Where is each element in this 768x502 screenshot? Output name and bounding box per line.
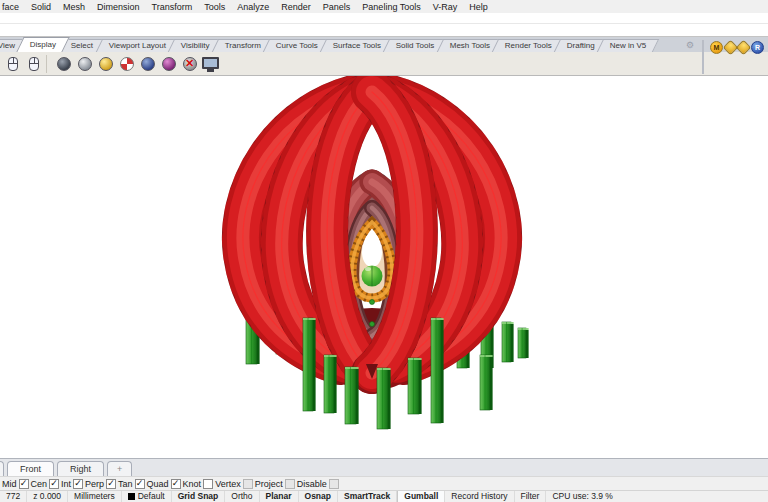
statusbar-ortho[interactable]: Ortho [225,491,259,502]
statusbar-gumball[interactable]: Gumball [397,491,445,502]
layer-color-swatch [128,493,135,500]
osnap-cen[interactable]: Cen✓ [31,479,60,489]
leaf-plank[interactable] [303,318,316,411]
osnap-mid[interactable]: Mid✓ [2,479,29,489]
coordinate-x-readout: 772 [0,491,27,502]
shaded-viewport-icon[interactable] [75,54,94,73]
leaf-plank[interactable] [502,322,514,362]
osnap-label: Perp [85,479,104,489]
layer-pane[interactable]: Default [122,491,172,502]
tab-label: Render Tools [505,40,552,52]
vray-render-icon[interactable]: R [751,41,764,54]
menu-transform[interactable]: Transform [146,2,199,12]
leaf-plank[interactable] [480,355,493,410]
osnap-checkbox-mid[interactable]: ✓ [19,479,29,489]
statusbar-grid-snap[interactable]: Grid Snap [172,491,226,502]
osnap-bar: Mid✓Cen✓Int✓Perp✓Tan✓Quad✓KnotVertexProj… [0,476,768,490]
osnap-label: Mid [2,479,17,489]
osnap-checkbox-knot[interactable] [203,479,213,489]
sphere-highlight [365,267,371,271]
leaf-plank[interactable] [324,355,337,413]
menu-render[interactable]: Render [275,2,317,12]
leaf-plank[interactable] [408,358,422,414]
tab-display[interactable]: Display [17,37,71,52]
stem-node [370,322,375,327]
osnap-quad[interactable]: Quad✓ [147,479,181,489]
statusbar-planar[interactable]: Planar [260,491,299,502]
new-viewport-tab[interactable]: + [107,461,132,476]
osnap-checkbox-perp[interactable]: ✓ [106,479,116,489]
osnap-checkbox-quad[interactable]: ✓ [171,479,181,489]
osnap-checkbox-cen[interactable]: ✓ [49,479,59,489]
fullscreen-monitor-icon[interactable] [201,54,220,73]
tab-label: Mesh Tools [450,40,490,52]
command-history-line [0,13,768,24]
menu-paneling-tools[interactable]: Paneling Tools [356,2,426,12]
statusbar-osnap[interactable]: Osnap [299,491,338,502]
status-bar: 772z 0.000MillimetersDefaultGrid SnapOrt… [0,490,768,502]
vray-materials-icon[interactable]: M [710,41,723,54]
osnap-disable[interactable]: Disable [297,479,339,489]
wireframe-viewport-icon[interactable] [54,54,73,73]
tab-viewport-layout[interactable]: Viewport Layout [96,39,180,52]
cpu-usage-readout: CPU use: 3.9 % [546,491,618,502]
leaf-plank[interactable] [345,367,359,424]
statusbar-smarttrack[interactable]: SmartTrack [338,491,397,502]
mouse-left-icon[interactable] [3,54,22,73]
menu-v-ray[interactable]: V-Ray [427,2,464,12]
osnap-checkbox-tan[interactable]: ✓ [135,479,145,489]
tab-label: Transform [224,40,260,52]
osnap-label: Quad [147,479,169,489]
technical-viewport-icon[interactable] [159,54,178,73]
osnap-project[interactable]: Project [255,479,295,489]
menu-solid[interactable]: Solid [25,2,57,12]
viewport-front[interactable] [0,76,768,458]
menu-face[interactable]: face [0,2,25,12]
viewport-tab-front[interactable]: Front [7,461,54,476]
rendered-viewport-icon-glyph [99,57,113,71]
toolbar-separator [46,55,51,73]
command-area[interactable] [0,13,768,37]
leaf-plank[interactable] [377,368,391,429]
shaded-viewport-icon-glyph [78,57,92,71]
osnap-tan[interactable]: Tan✓ [118,479,145,489]
layer-name: Default [138,491,165,502]
menu-tools[interactable]: Tools [198,2,231,12]
ghosted-viewport-icon-glyph [120,57,134,71]
osnap-int[interactable]: Int✓ [61,479,83,489]
menu-dimension[interactable]: Dimension [91,2,146,12]
units-readout[interactable]: Millimeters [68,491,122,502]
osnap-checkbox-int[interactable]: ✓ [73,479,83,489]
menu-analyze[interactable]: Analyze [231,2,275,12]
command-prompt-line[interactable] [0,24,768,35]
osnap-checkbox-disable[interactable] [329,479,339,489]
tab-label: Select [71,40,93,52]
vray-toolbar-icon-2[interactable] [736,40,752,56]
leaf-plank[interactable] [431,318,444,423]
gear-icon[interactable]: ⚙ [686,39,694,52]
mouse-right-icon-glyph [29,57,39,71]
ghosted-viewport-icon[interactable] [117,54,136,73]
menu-mesh[interactable]: Mesh [57,2,91,12]
mouse-right-icon[interactable] [24,54,43,73]
osnap-checkbox-vertex[interactable] [243,479,253,489]
rendered-viewport-icon[interactable] [96,54,115,73]
menu-panels[interactable]: Panels [317,2,357,12]
tab-new-in-v5[interactable]: New in V5 [597,39,660,52]
wireframe-viewport-icon-glyph [57,57,71,71]
osnap-perp[interactable]: Perp✓ [85,479,116,489]
viewport-tab-partial[interactable] [0,461,4,476]
viewport-tab-right[interactable]: Right [57,461,104,476]
osnap-label: Tan [118,479,133,489]
menu-help[interactable]: Help [463,2,494,12]
osnap-knot[interactable]: Knot [183,479,214,489]
statusbar-record-history[interactable]: Record History [445,491,514,502]
osnap-vertex[interactable]: Vertex [215,479,253,489]
hide-display-icon[interactable]: ✕ [180,54,199,73]
leaf-plank[interactable] [518,328,529,358]
xray-viewport-icon[interactable] [138,54,157,73]
statusbar-filter[interactable]: Filter [515,491,547,502]
osnap-checkbox-project[interactable] [285,479,295,489]
red-x-glyph: ✕ [185,58,194,69]
menu-bar: faceSolidMeshDimensionTransformToolsAnal… [0,0,768,13]
